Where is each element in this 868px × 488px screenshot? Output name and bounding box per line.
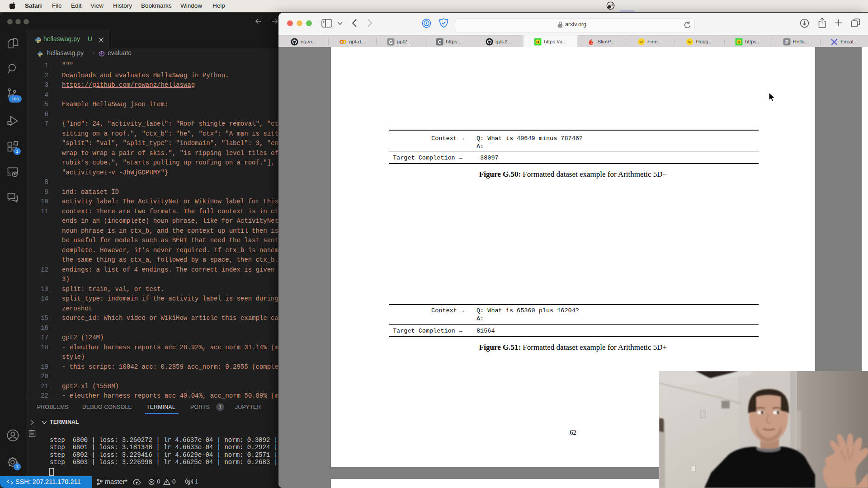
svg-text:C: C bbox=[438, 39, 442, 44]
svg-text:G: G bbox=[389, 39, 392, 44]
svg-text:P: P bbox=[785, 39, 788, 44]
